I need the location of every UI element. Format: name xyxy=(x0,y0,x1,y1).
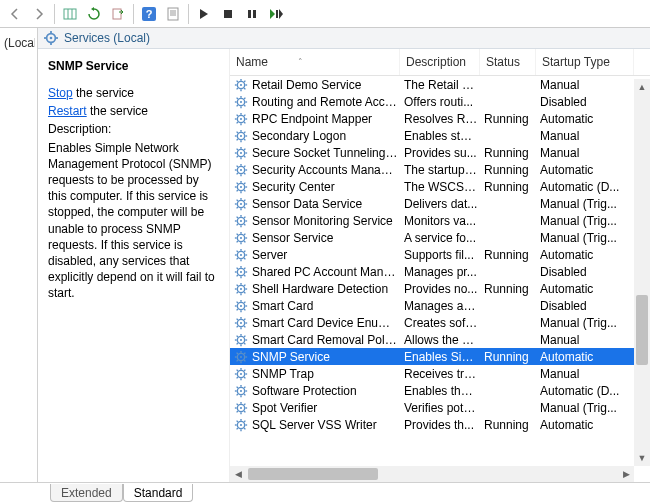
svg-point-21 xyxy=(240,83,242,85)
cell-name: Shared PC Account Manager xyxy=(252,265,404,279)
description-body: Enables Simple Network Management Protoc… xyxy=(48,140,219,302)
svg-point-161 xyxy=(240,321,242,323)
svg-line-179 xyxy=(244,335,245,336)
svg-line-126 xyxy=(237,250,238,251)
service-gear-icon xyxy=(234,180,248,194)
service-row[interactable]: Secondary LogonEnables star...Manual xyxy=(230,127,650,144)
toolbar-restart-button[interactable] xyxy=(265,3,287,25)
svg-line-227 xyxy=(244,428,245,429)
service-row[interactable]: SNMP ServiceEnables Sim...RunningAutomat… xyxy=(230,348,650,365)
svg-line-137 xyxy=(244,275,245,276)
service-gear-icon xyxy=(234,333,248,347)
svg-line-129 xyxy=(244,250,245,251)
service-gear-icon xyxy=(234,146,248,160)
service-row[interactable]: Security CenterThe WSCSV...RunningAutoma… xyxy=(230,178,650,195)
scroll-up-icon[interactable]: ▲ xyxy=(634,79,650,95)
svg-line-36 xyxy=(237,97,238,98)
service-gear-icon xyxy=(234,78,248,92)
service-row[interactable]: Shared PC Account ManagerManages pr...Di… xyxy=(230,263,650,280)
stop-link[interactable]: Stop xyxy=(48,86,73,100)
toolbar-forward-button[interactable] xyxy=(28,3,50,25)
svg-point-151 xyxy=(240,304,242,306)
tab-standard[interactable]: Standard xyxy=(123,484,194,502)
service-gear-icon xyxy=(234,384,248,398)
cell-name: Security Center xyxy=(252,180,404,194)
svg-point-91 xyxy=(240,202,242,204)
horizontal-scrollbar[interactable]: ◀ ▶ xyxy=(230,466,634,482)
toolbar-help-button[interactable]: ? xyxy=(138,3,160,25)
service-row[interactable]: Sensor Data ServiceDelivers dat...Manual… xyxy=(230,195,650,212)
service-gear-icon xyxy=(234,282,248,296)
toolbar-refresh-button[interactable] xyxy=(83,3,105,25)
service-row[interactable]: Sensor ServiceA service fo...Manual (Tri… xyxy=(230,229,650,246)
cell-status: Running xyxy=(484,146,540,160)
toolbar-start-button[interactable] xyxy=(193,3,215,25)
service-gear-icon xyxy=(234,248,248,262)
toolbar-pause-button[interactable] xyxy=(241,3,263,25)
cell-description: The WSCSV... xyxy=(404,180,484,194)
service-row[interactable]: Routing and Remote AccessOffers routi...… xyxy=(230,93,650,110)
svg-rect-13 xyxy=(276,10,278,18)
col-startup-type[interactable]: Startup Type xyxy=(536,49,634,75)
hscroll-thumb[interactable] xyxy=(248,468,378,480)
toolbar-columns-button[interactable] xyxy=(59,3,81,25)
cell-name: Sensor Service xyxy=(252,231,404,245)
col-status[interactable]: Status xyxy=(480,49,536,75)
restart-link[interactable]: Restart xyxy=(48,104,87,118)
svg-line-218 xyxy=(237,411,238,412)
svg-line-226 xyxy=(237,420,238,421)
col-name[interactable]: Name˄ xyxy=(230,49,400,75)
svg-line-28 xyxy=(237,88,238,89)
rows-container[interactable]: Retail Demo ServiceThe Retail D...Manual… xyxy=(230,76,650,482)
cell-name: Routing and Remote Access xyxy=(252,95,404,109)
toolbar-back-button[interactable] xyxy=(4,3,26,25)
svg-line-189 xyxy=(244,352,245,353)
service-row[interactable]: Software ProtectionEnables the ...Automa… xyxy=(230,382,650,399)
svg-line-156 xyxy=(237,301,238,302)
cell-description: Manages pr... xyxy=(404,265,484,279)
service-row[interactable]: Smart CardManages ac...Disabled xyxy=(230,297,650,314)
toolbar-properties-button[interactable] xyxy=(162,3,184,25)
svg-line-158 xyxy=(237,309,238,310)
nav-item-local[interactable]: (Local) xyxy=(2,34,35,52)
service-row[interactable]: Shell Hardware DetectionProvides no...Ru… xyxy=(230,280,650,297)
service-row[interactable]: Spot VerifierVerifies pote...Manual (Tri… xyxy=(230,399,650,416)
tab-extended[interactable]: Extended xyxy=(50,484,123,502)
scroll-thumb[interactable] xyxy=(636,295,648,365)
service-row[interactable]: SQL Server VSS WriterProvides th...Runni… xyxy=(230,416,650,433)
cell-status: Running xyxy=(484,248,540,262)
cell-description: Provides th... xyxy=(404,418,484,432)
service-row[interactable]: Smart Card Removal PolicyAllows the s...… xyxy=(230,331,650,348)
service-row[interactable]: SNMP TrapReceives tra...Manual xyxy=(230,365,650,382)
svg-line-26 xyxy=(237,80,238,81)
svg-point-121 xyxy=(240,253,242,255)
service-row[interactable]: Retail Demo ServiceThe Retail D...Manual xyxy=(230,76,650,93)
scroll-left-icon[interactable]: ◀ xyxy=(230,466,246,482)
service-row[interactable]: Smart Card Device Enumera...Creates soft… xyxy=(230,314,650,331)
col-description[interactable]: Description xyxy=(400,49,480,75)
cell-name: Smart Card Removal Policy xyxy=(252,333,404,347)
toolbar-export-button[interactable] xyxy=(107,3,129,25)
cell-name: Software Protection xyxy=(252,384,404,398)
toolbar-stop-button[interactable] xyxy=(217,3,239,25)
scroll-right-icon[interactable]: ▶ xyxy=(618,466,634,482)
service-row[interactable]: Security Accounts ManagerThe startup ...… xyxy=(230,161,650,178)
cell-name: Smart Card Device Enumera... xyxy=(252,316,404,330)
svg-line-78 xyxy=(237,173,238,174)
cell-name: Spot Verifier xyxy=(252,401,404,415)
stop-suffix: the service xyxy=(73,86,134,100)
service-row[interactable]: Secure Socket Tunneling Pr...Provides su… xyxy=(230,144,650,161)
vertical-scrollbar[interactable]: ▲ ▼ xyxy=(634,79,650,466)
cell-description: Resolves RP... xyxy=(404,112,484,126)
svg-line-157 xyxy=(244,309,245,310)
svg-rect-3 xyxy=(113,9,121,19)
service-row[interactable]: Sensor Monitoring ServiceMonitors va...M… xyxy=(230,212,650,229)
svg-line-68 xyxy=(237,156,238,157)
service-row[interactable]: RPC Endpoint MapperResolves RP...Running… xyxy=(230,110,650,127)
svg-line-128 xyxy=(237,258,238,259)
service-row[interactable]: ServerSupports fil...RunningAutomatic xyxy=(230,246,650,263)
cell-description: Enables the ... xyxy=(404,384,484,398)
cell-name: Security Accounts Manager xyxy=(252,163,404,177)
scroll-down-icon[interactable]: ▼ xyxy=(634,450,650,466)
nav-tree[interactable]: (Local) xyxy=(0,28,38,482)
